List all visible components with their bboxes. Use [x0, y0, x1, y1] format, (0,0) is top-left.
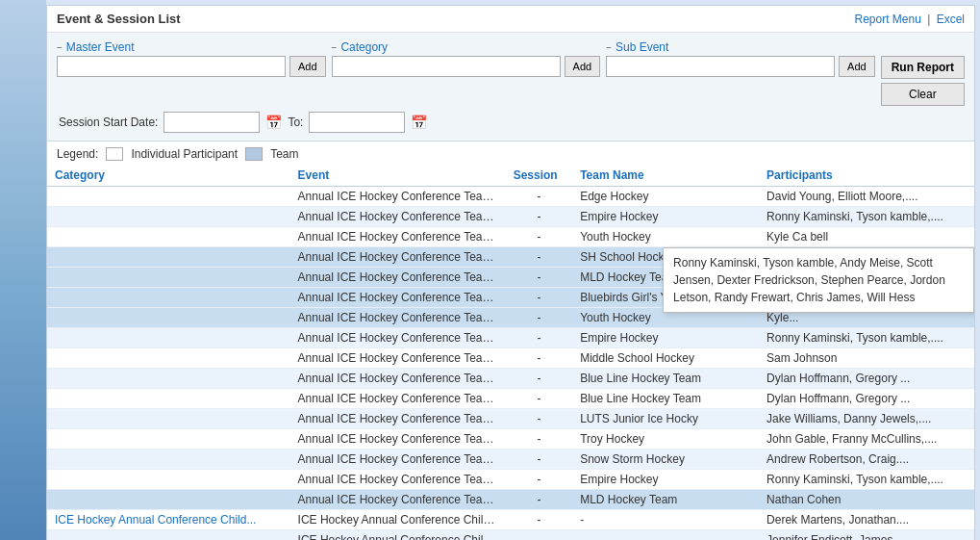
table-row: Annual ICE Hockey Conference Team....-LU… [47, 409, 974, 429]
cell-session: - [506, 308, 573, 328]
cell-participants: Nathan Cohen [759, 490, 974, 510]
cell-event: Annual ICE Hockey Conference Team.... [290, 207, 506, 227]
master-event-group: − Master Event Add [57, 40, 326, 77]
cell-participants: Kyle Ca bell [759, 227, 974, 247]
sub-event-group: − Sub Event Add [606, 40, 875, 77]
table-row: Annual ICE Hockey Conference Team....-Bl… [47, 369, 974, 389]
sub-event-input[interactable] [606, 56, 835, 77]
table-row: Annual ICE Hockey Conference Team....-Sn… [47, 450, 974, 470]
cell-team: Edge Hockey [572, 187, 759, 207]
cell-team: Blue Line Hockey Team [572, 369, 759, 389]
category-group: − Category Add [332, 40, 601, 77]
col-header-category: Category [47, 165, 290, 187]
cell-participants: Jake Williams, Danny Jewels,.... [759, 409, 974, 429]
cell-session: - [506, 207, 573, 227]
cell-category [47, 470, 290, 490]
table-row: Annual ICE Hockey Conference Team....-Em… [47, 328, 974, 348]
category-add-button[interactable]: Add [565, 56, 601, 77]
cell-category: ICE Hockey Annual Conference Child... [47, 510, 290, 530]
col-header-participants: Participants [759, 165, 974, 187]
table-row: ICE Hockey Annual Conference Child....--… [47, 530, 974, 541]
master-event-label: Master Event [66, 40, 135, 54]
top-bar: Event & Session List Report Menu | Excel [47, 6, 974, 33]
excel-link[interactable]: Excel [937, 13, 965, 26]
cell-session: - [506, 328, 573, 348]
date-row: Session Start Date: 📅 To: 📅 [57, 112, 965, 133]
cell-session: - [506, 450, 573, 470]
cell-category [47, 490, 290, 510]
sub-event-input-row: Add [606, 56, 875, 77]
cell-category [47, 389, 290, 409]
master-event-header: − Master Event [57, 40, 326, 54]
cell-session: - [506, 348, 573, 369]
cell-event: Annual ICE Hockey Conference Team.... [290, 268, 506, 288]
cell-session: - [506, 369, 573, 389]
cell-category [47, 328, 290, 348]
main-content: Event & Session List Report Menu | Excel… [46, 5, 975, 540]
results-table: Category Event Session Team Name Partici… [47, 165, 974, 540]
table-row: Annual ICE Hockey Conference Team....-SH… [47, 247, 974, 268]
run-report-button[interactable]: Run Report [881, 56, 965, 79]
master-event-input-row: Add [57, 56, 326, 77]
session-start-date-input[interactable] [163, 112, 260, 133]
cell-event: Annual ICE Hockey Conference Team.... [290, 429, 506, 450]
cell-session: - [506, 429, 573, 450]
end-date-input[interactable] [309, 112, 405, 133]
left-sidebar [0, 0, 46, 540]
category-input-row: Add [332, 56, 601, 77]
cell-participants: Ronny Kaminski, Tyson kamble,.... [759, 207, 974, 227]
cell-team: Empire Hockey [572, 207, 759, 227]
filter-section: − Master Event Add − Category [47, 33, 974, 141]
cell-participants: Dylan Hoffmann, Gregory ... [759, 369, 974, 389]
cell-session: - [506, 510, 573, 530]
master-event-add-button[interactable]: Add [289, 56, 326, 77]
cell-event: Annual ICE Hockey Conference Team.... [290, 369, 506, 389]
cell-session: - [506, 490, 573, 510]
table-body: Annual ICE Hockey Conference Team....-Ed… [47, 187, 974, 541]
cell-category [47, 268, 290, 288]
table-row: Annual ICE Hockey Conference Team....-Ed… [47, 187, 974, 207]
sub-event-collapse-icon[interactable]: − [606, 42, 612, 53]
table-row: Annual ICE Hockey Conference Team....-Mi… [47, 348, 974, 369]
cell-category [47, 288, 290, 308]
table-header-row: Category Event Session Team Name Partici… [47, 165, 974, 187]
cell-participants: Aarc...Ronny Kaminski, Tyson kamble, And… [759, 247, 974, 268]
cell-participants: Jennifer Endicott, James ... [759, 530, 974, 541]
cell-category [47, 450, 290, 470]
individual-legend-box [106, 147, 123, 161]
cell-team: LUTS Junior Ice Hocky [572, 409, 759, 429]
start-date-calendar-icon[interactable]: 📅 [265, 115, 282, 130]
cell-team: - [572, 510, 759, 530]
cell-team: Empire Hockey [572, 328, 759, 348]
cell-session: - [506, 187, 573, 207]
filter-row: − Master Event Add − Category [57, 40, 965, 106]
category-header: − Category [332, 40, 601, 54]
cell-event: Annual ICE Hockey Conference Team.... [290, 308, 506, 328]
category-collapse-icon[interactable]: − [332, 42, 338, 53]
col-header-session: Session [506, 165, 573, 187]
table-header: Category Event Session Team Name Partici… [47, 165, 974, 187]
cell-category [47, 429, 290, 450]
col-header-event: Event [290, 165, 506, 187]
col-header-team: Team Name [572, 165, 759, 187]
cell-event: Annual ICE Hockey Conference Team.... [290, 409, 506, 429]
top-links: Report Menu | Excel [854, 13, 965, 26]
master-event-collapse-icon[interactable]: − [57, 42, 63, 53]
cell-event: ICE Hockey Annual Conference Child.... [290, 510, 506, 530]
cell-category [47, 409, 290, 429]
sub-event-add-button[interactable]: Add [839, 56, 875, 77]
category-label: Category [340, 40, 388, 54]
cell-participants: David Young, Elliott Moore,.... [759, 187, 974, 207]
category-input[interactable] [332, 56, 561, 77]
cell-team: MLD Hockey Team [572, 490, 759, 510]
table-row: Annual ICE Hockey Conference Team....-ML… [47, 490, 974, 510]
end-date-calendar-icon[interactable]: 📅 [411, 115, 427, 130]
cell-participants: Derek Martens, Jonathan.... [759, 510, 974, 530]
table-row: Annual ICE Hockey Conference Team....-Bl… [47, 389, 974, 409]
master-event-input[interactable] [57, 56, 286, 77]
cell-event: Annual ICE Hockey Conference Team.... [290, 288, 506, 308]
cell-team: Snow Storm Hockey [572, 450, 759, 470]
clear-button[interactable]: Clear [881, 83, 965, 106]
report-menu-link[interactable]: Report Menu [854, 13, 920, 26]
cell-session: - [506, 288, 573, 308]
